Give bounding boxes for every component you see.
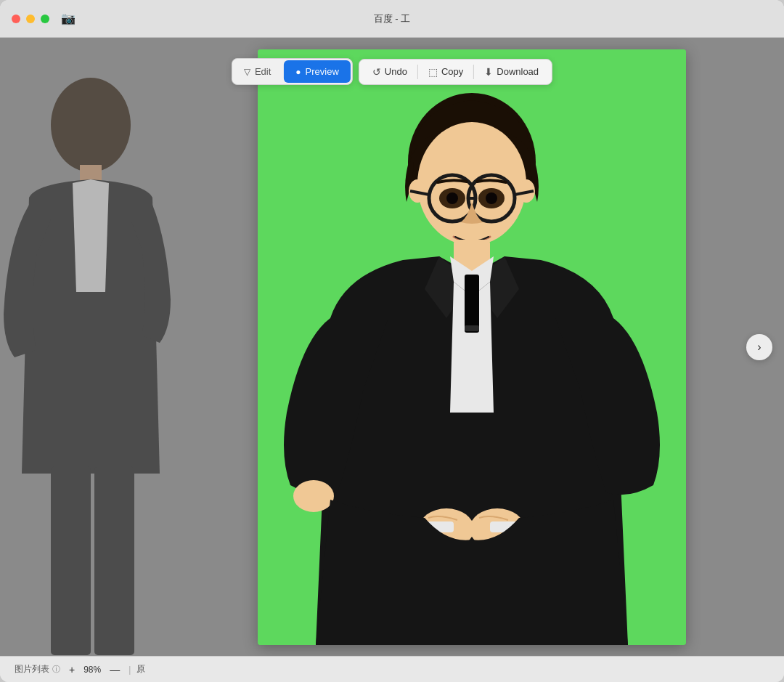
preview-tab[interactable]: ● Preview <box>284 60 351 83</box>
green-screen-container <box>258 49 686 645</box>
copy-button[interactable]: ⬚ Copy <box>421 62 470 81</box>
person-preview-svg <box>258 49 686 645</box>
svg-rect-3 <box>94 466 134 655</box>
zoom-level: 98% <box>83 665 101 675</box>
zoom-out-button[interactable]: — <box>107 663 123 676</box>
copy-icon: ⬚ <box>428 66 438 78</box>
filter-icon: ▽ <box>244 67 250 77</box>
download-icon: ⬇ <box>484 66 493 78</box>
close-button[interactable] <box>12 15 20 23</box>
titlebar: 📷 百度 - 工 <box>0 0 784 38</box>
info-icon: ⓘ <box>52 664 60 675</box>
window-title: 百度 - 工 <box>374 12 411 25</box>
image-list-label: 图片列表 ⓘ <box>15 663 60 675</box>
mode-tabs: ▽ Edit ● Preview <box>232 58 353 85</box>
original-label: 原 <box>136 663 145 675</box>
svg-rect-2 <box>51 466 91 655</box>
minimize-button[interactable] <box>26 15 35 23</box>
separator: | <box>128 665 131 675</box>
next-button[interactable]: › <box>746 334 772 360</box>
add-button[interactable]: + <box>66 663 78 676</box>
background-silhouette <box>0 38 181 656</box>
preview-icon: ● <box>295 67 301 77</box>
divider-1 <box>417 65 418 79</box>
bottom-bar: 图片列表 ⓘ + 98% — | 原 <box>0 656 784 682</box>
maximize-button[interactable] <box>41 15 49 23</box>
action-group: ↺ Undo ⬚ Copy ⬇ Download <box>359 59 552 85</box>
svg-rect-19 <box>465 275 479 333</box>
download-button[interactable]: ⬇ Download <box>477 62 546 81</box>
window-controls: 📷 <box>12 12 75 25</box>
svg-point-0 <box>51 78 131 172</box>
chevron-right-icon: › <box>757 341 761 354</box>
svg-point-16 <box>446 192 458 204</box>
preview-panel <box>181 38 762 656</box>
camera-icon: 📷 <box>61 12 75 25</box>
toolbar: ▽ Edit ● Preview ↺ Undo ⬚ Copy <box>232 58 552 85</box>
svg-rect-20 <box>465 325 479 331</box>
app-window: 📷 百度 - 工 <box>0 0 784 682</box>
divider-2 <box>473 65 474 79</box>
edit-tab[interactable]: ▽ Edit <box>232 59 282 84</box>
svg-point-21 <box>293 480 334 512</box>
undo-button[interactable]: ↺ Undo <box>365 62 415 81</box>
undo-icon: ↺ <box>372 66 381 78</box>
main-content: ▽ Edit ● Preview ↺ Undo ⬚ Copy <box>0 38 784 656</box>
svg-point-17 <box>486 192 497 204</box>
